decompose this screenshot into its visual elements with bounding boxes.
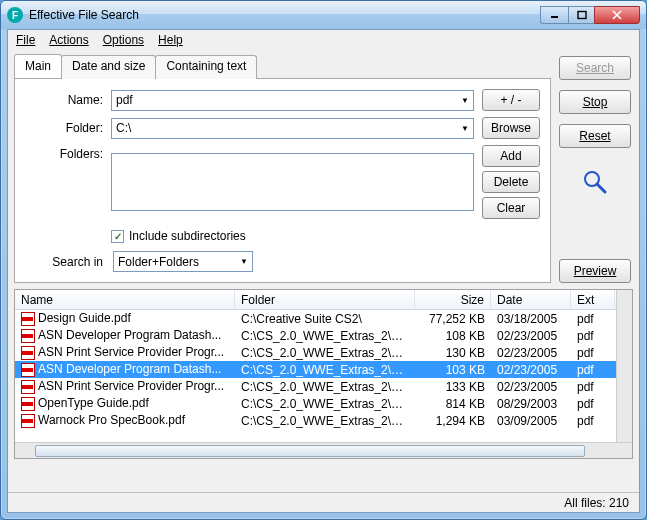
minimize-button[interactable] [540,6,568,24]
scroll-thumb[interactable] [35,445,585,457]
tabstrip: Main Date and size Containing text [14,55,551,79]
browse-button[interactable]: Browse [482,117,540,139]
col-folder[interactable]: Folder [235,290,415,309]
tab-main[interactable]: Main [14,54,62,78]
table-row[interactable]: Design Guide.pdfC:\Creative Suite CS2\77… [15,310,616,327]
table-row[interactable]: ASN Print Service Provider Progr...C:\CS… [15,378,616,395]
tab-panel-main: Name: pdf▼ + / - Folder: C:\▼ Browse Fol… [14,78,551,283]
window-title: Effective File Search [29,8,540,22]
include-subdirs-label: Include subdirectories [129,229,246,243]
col-date[interactable]: Date [491,290,571,309]
client-area: File Actions Options Help Main Date and … [7,29,640,513]
clear-button[interactable]: Clear [482,197,540,219]
pdf-icon [21,363,35,377]
results-list: Name Folder Size Date Ext Design Guide.p… [14,289,633,459]
app-icon: F [7,7,23,23]
table-row[interactable]: OpenType Guide.pdfC:\CS_2.0_WWE_Extras_2… [15,395,616,412]
chevron-down-icon: ▼ [240,257,248,266]
menu-actions[interactable]: Actions [49,33,88,47]
svg-line-3 [597,184,605,192]
magnifier-icon [581,168,609,196]
tab-date-size[interactable]: Date and size [61,55,156,79]
status-text: All files: 210 [564,496,629,510]
app-window: F Effective File Search File Actions Opt… [0,0,647,520]
side-buttons: Search Stop Reset Preview [557,54,633,283]
name-label: Name: [25,93,103,107]
reset-button[interactable]: Reset [559,124,631,148]
include-subdirs-checkbox[interactable]: ✓ [111,230,124,243]
search-button[interactable]: Search [559,56,631,80]
folder-label: Folder: [25,121,103,135]
name-value: pdf [116,93,133,107]
col-ext[interactable]: Ext [571,290,615,309]
stop-button[interactable]: Stop [559,90,631,114]
svg-rect-1 [578,11,586,18]
pdf-icon [21,414,35,428]
tab-containing-text[interactable]: Containing text [155,55,257,79]
vertical-scrollbar[interactable] [616,290,632,442]
preview-button[interactable]: Preview [559,259,631,283]
results-body[interactable]: Design Guide.pdfC:\Creative Suite CS2\77… [15,310,616,442]
name-combo[interactable]: pdf▼ [111,90,474,111]
menu-options[interactable]: Options [103,33,144,47]
plus-minus-button[interactable]: + / - [482,89,540,111]
add-button[interactable]: Add [482,145,540,167]
col-name[interactable]: Name [15,290,235,309]
menu-help[interactable]: Help [158,33,183,47]
pdf-icon [21,312,35,326]
titlebar[interactable]: F Effective File Search [1,1,646,29]
results-header: Name Folder Size Date Ext [15,290,616,310]
menubar: File Actions Options Help [8,30,639,50]
table-row[interactable]: ASN Print Service Provider Progr...C:\CS… [15,344,616,361]
searchin-label: Search in [25,255,103,269]
status-bar: All files: 210 [8,492,639,512]
folders-listbox[interactable] [111,153,474,211]
chevron-down-icon: ▼ [461,96,469,105]
menu-file[interactable]: File [16,33,35,47]
pdf-icon [21,380,35,394]
table-row[interactable]: ASN Developer Program Datash...C:\CS_2.0… [15,327,616,344]
table-row[interactable]: Warnock Pro SpecBook.pdfC:\CS_2.0_WWE_Ex… [15,412,616,429]
pdf-icon [21,329,35,343]
folder-value: C:\ [116,121,131,135]
pdf-icon [21,346,35,360]
folder-combo[interactable]: C:\▼ [111,118,474,139]
close-button[interactable] [594,6,640,24]
table-row[interactable]: ASN Developer Program Datash...C:\CS_2.0… [15,361,616,378]
searchin-combo[interactable]: Folder+Folders▼ [113,251,253,272]
chevron-down-icon: ▼ [461,124,469,133]
col-size[interactable]: Size [415,290,491,309]
maximize-button[interactable] [568,6,594,24]
searchin-value: Folder+Folders [118,255,199,269]
folders-label: Folders: [25,145,103,161]
delete-button[interactable]: Delete [482,171,540,193]
pdf-icon [21,397,35,411]
horizontal-scrollbar[interactable] [15,442,632,458]
